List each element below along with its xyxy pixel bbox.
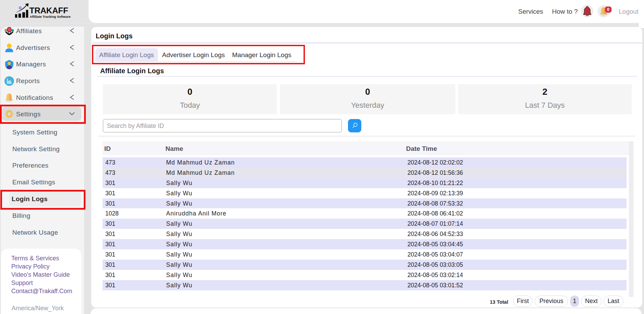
- svg-text:Affiliate Tracking Software: Affiliate Tracking Software: [30, 15, 70, 18]
- svg-text:TRAKAFF: TRAKAFF: [29, 6, 68, 15]
